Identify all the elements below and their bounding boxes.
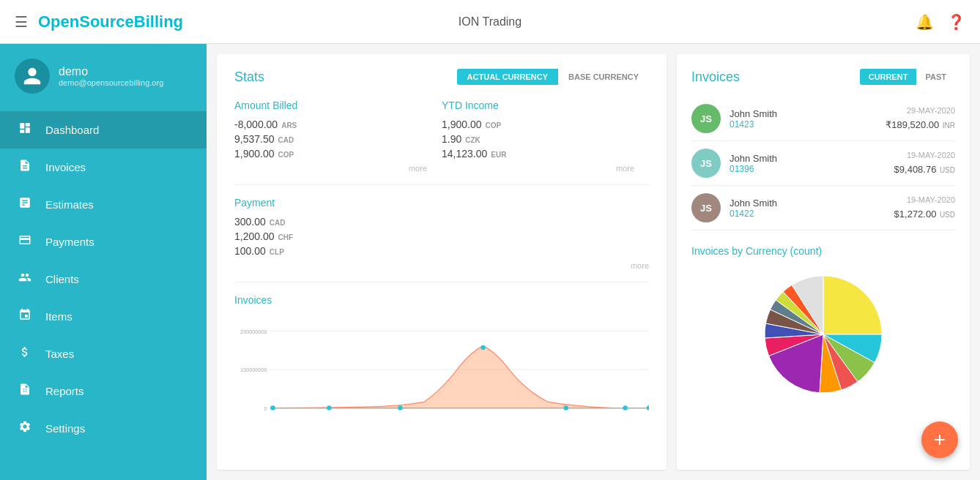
stats-row: 1,900.00 COP (442, 119, 634, 130)
invoice-item: JS John Smith 01422 19-MAY-2020 $1,272.0… (691, 186, 955, 230)
settings-icon (15, 420, 35, 437)
invoice-name: John Smith (730, 108, 886, 119)
payment-label: Payment (234, 197, 649, 209)
currency-cop: COP (278, 151, 294, 159)
ytd-income-label: YTD Income (442, 100, 634, 111)
pie-chart (691, 269, 955, 400)
currency-ars: ARS (281, 121, 297, 130)
sidebar-item-label-settings: Settings (45, 422, 85, 435)
invoices-panel: Invoices CURRENT PAST JS John Smith 0142… (677, 54, 970, 470)
currency-czk: CZK (465, 136, 480, 144)
sidebar-item-payments[interactable]: Payments (0, 223, 207, 260)
sidebar-item-items[interactable]: Items (0, 298, 207, 335)
sidebar-item-invoices[interactable]: Invoices (0, 149, 207, 186)
payment-more[interactable]: more (234, 261, 649, 270)
sidebar-item-label-invoices: Invoices (45, 161, 86, 173)
pay-clp-cur: CLP (270, 248, 284, 256)
help-icon[interactable]: ❓ (947, 13, 965, 31)
tab-current[interactable]: CURRENT (860, 69, 917, 85)
dashboard-icon (15, 121, 35, 138)
sidebar-item-estimates[interactable]: Estimates (0, 186, 207, 223)
tab-past[interactable]: PAST (916, 69, 955, 85)
ytd-more[interactable]: more (442, 164, 634, 173)
invoice-amount: $1,272.00 USD (894, 207, 955, 220)
sidebar: demo demo@opensourcebilling.org Dashboar… (0, 44, 207, 480)
invoice-amount: ₹189,520.00 INR (886, 118, 955, 131)
amount-billed-more[interactable]: more (234, 164, 427, 173)
svg-text:100000000: 100000000 (240, 367, 267, 373)
amount-cad: 9,537.50 (234, 133, 275, 145)
notification-icon[interactable]: 🔔 (916, 13, 934, 31)
stats-row: -8,000.00 ARS (234, 119, 427, 130)
actual-currency-tab[interactable]: ACTUAL CURRENCY (457, 69, 558, 85)
payments-icon (15, 233, 35, 250)
invoice-chart: 200000000 100000000 0 (234, 315, 649, 432)
currency-cad: CAD (278, 136, 294, 144)
invoice-info: John Smith 01423 (730, 108, 886, 130)
sidebar-user: demo demo@opensourcebilling.org (0, 59, 207, 111)
amount-billed-label: Amount Billed (234, 100, 427, 111)
topbar: ☰ OpenSourceBilling ION Trading 🔔 ❓ (0, 0, 980, 44)
sidebar-item-label-clients: Clients (45, 273, 79, 285)
stats-row: 1,900.00 COP (234, 148, 427, 160)
taxes-icon (15, 345, 35, 362)
invoice-id[interactable]: 01422 (730, 209, 894, 219)
clients-icon (15, 271, 35, 288)
ytd-income-col: YTD Income 1,900.00 COP 1.90 CZK 14,123.… (442, 100, 649, 173)
stats-row: 100.00 CLP (234, 245, 649, 257)
items-icon (15, 308, 35, 325)
app-logo: OpenSourceBilling (38, 12, 183, 31)
sidebar-nav: DashboardInvoicesEstimatesPaymentsClient… (0, 111, 207, 447)
pay-cad: 300.00 (234, 216, 266, 228)
invoice-avatar: JS (691, 104, 721, 133)
invoice-info: John Smith 01396 (730, 153, 894, 174)
svg-point-7 (327, 405, 331, 410)
sidebar-item-reports[interactable]: Reports (0, 372, 207, 410)
sidebar-item-settings[interactable]: Settings (0, 410, 207, 447)
stats-row: 9,537.50 CAD (234, 133, 427, 145)
sidebar-item-label-reports: Reports (45, 385, 84, 397)
pie-title: Invoices by Currency (count) (691, 245, 955, 257)
sidebar-item-taxes[interactable]: Taxes (0, 335, 207, 372)
invoices-panel-title: Invoices (691, 70, 860, 85)
stats-row: 14,123.00 EUR (442, 148, 634, 160)
invoice-info: John Smith 01422 (730, 198, 894, 219)
sidebar-item-label-payments: Payments (45, 236, 94, 248)
stats-header: Stats ACTUAL CURRENCY BASE CURRENCY (234, 69, 649, 85)
sidebar-user-info: demo demo@opensourcebilling.org (59, 65, 163, 87)
sidebar-item-label-taxes: Taxes (45, 348, 74, 360)
stats-row: 1.90 CZK (442, 133, 634, 145)
pay-chf-cur: CHF (278, 233, 294, 241)
svg-point-12 (647, 405, 649, 410)
invoice-date: 29-MAY-2020 (886, 106, 955, 115)
divider2 (234, 282, 649, 282)
svg-point-10 (564, 405, 568, 410)
sidebar-username: demo (59, 65, 163, 78)
invoice-list: JS John Smith 01423 29-MAY-2020 ₹189,520… (691, 97, 955, 230)
invoice-right: 19-MAY-2020 $9,408.76 USD (894, 151, 955, 176)
base-currency-tab[interactable]: BASE CURRENCY (558, 69, 649, 85)
invoices-icon (15, 159, 35, 176)
invoice-name: John Smith (730, 153, 894, 164)
currency-cop2: COP (486, 121, 502, 130)
invoice-id[interactable]: 01396 (730, 164, 894, 174)
menu-icon[interactable]: ☰ (15, 13, 28, 31)
currency-tabs: ACTUAL CURRENCY BASE CURRENCY (457, 69, 649, 85)
currency-eur: EUR (491, 151, 506, 159)
divider1 (234, 184, 649, 185)
stats-grid: Amount Billed -8,000.00 ARS 9,537.50 CAD… (234, 100, 649, 173)
avatar (15, 59, 50, 94)
sidebar-item-clients[interactable]: Clients (0, 260, 207, 298)
sidebar-item-dashboard[interactable]: Dashboard (0, 111, 207, 149)
invoice-amount: $9,408.76 USD (894, 162, 955, 176)
topbar-icons: 🔔 ❓ (916, 13, 965, 31)
invoice-name: John Smith (730, 198, 894, 209)
sidebar-item-label-dashboard: Dashboard (45, 124, 99, 136)
svg-text:0: 0 (264, 405, 267, 412)
stats-row: 300.00 CAD (234, 216, 649, 228)
pay-cad-cur: CAD (270, 219, 286, 227)
svg-point-6 (270, 405, 275, 410)
invoice-date: 19-MAY-2020 (894, 151, 955, 160)
fab-button[interactable]: + (921, 421, 958, 458)
invoice-id[interactable]: 01423 (730, 119, 886, 130)
